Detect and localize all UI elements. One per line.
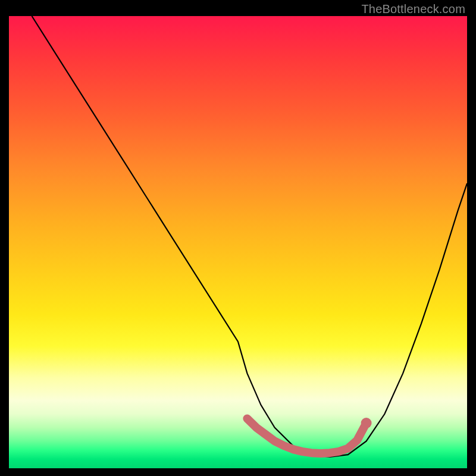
highlight-dots-group (361, 418, 372, 428)
watermark-text: TheBottleneck.com (361, 2, 465, 16)
main-curve (32, 16, 468, 457)
highlight-end-dot (361, 418, 372, 428)
highlight-band (247, 418, 366, 453)
gradient-plot-area (9, 16, 467, 468)
chart-svg (9, 16, 467, 468)
